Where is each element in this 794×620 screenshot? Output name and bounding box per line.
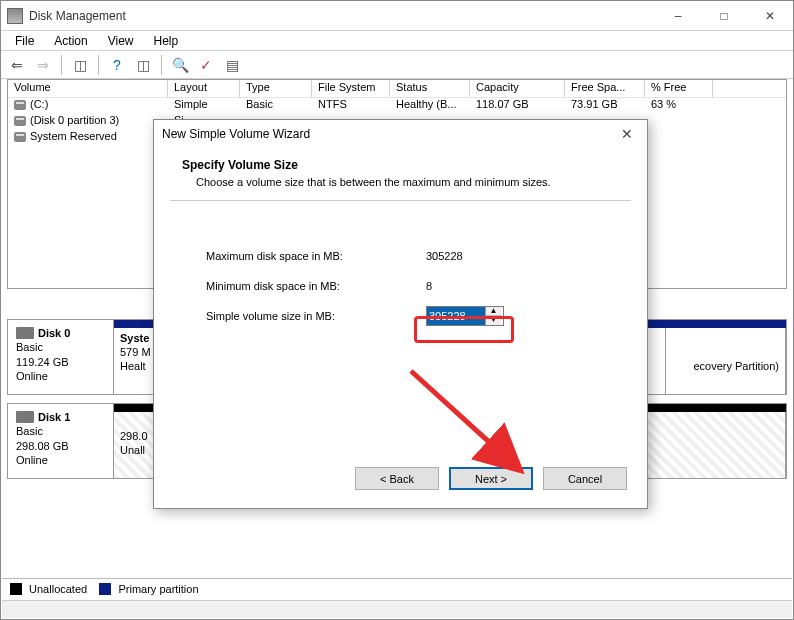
dialog-body: Specify Volume Size Choose a volume size… (154, 148, 647, 331)
check-icon[interactable]: ✓ (194, 54, 218, 76)
volume-icon (14, 100, 26, 110)
col-free[interactable]: Free Spa... (565, 80, 645, 97)
cell: Healthy (B... (390, 98, 470, 114)
partition[interactable]: ecovery Partition) (666, 328, 786, 394)
menu-file[interactable]: File (5, 32, 44, 50)
separator (61, 55, 62, 75)
title-bar: Disk Management – □ ✕ (1, 1, 793, 31)
volume-size-input[interactable] (427, 307, 485, 325)
dialog-title-bar: New Simple Volume Wizard ✕ (154, 120, 647, 148)
col-capacity[interactable]: Capacity (470, 80, 565, 97)
disk-name: Disk 1 (38, 411, 70, 423)
divider (170, 200, 631, 201)
part-label: Healt (120, 360, 146, 372)
volume-size-label: Simple volume size in MB: (206, 310, 426, 322)
legend-swatch-primary (99, 583, 111, 595)
cell: Basic (240, 98, 312, 114)
disk-state: Online (16, 454, 48, 466)
part-label: ecovery Partition) (693, 360, 779, 372)
cell: (Disk 0 partition 3) (30, 114, 119, 126)
col-status[interactable]: Status (390, 80, 470, 97)
menu-view[interactable]: View (98, 32, 144, 50)
back-icon[interactable]: ⇐ (5, 54, 29, 76)
volume-icon (14, 132, 26, 142)
min-space-label: Minimum disk space in MB: (206, 280, 426, 292)
status-bar (2, 600, 792, 618)
cell: 118.07 GB (470, 98, 565, 114)
dialog-title: New Simple Volume Wizard (162, 127, 310, 141)
spin-down-icon[interactable]: ▼ (486, 316, 501, 325)
max-space-label: Maximum disk space in MB: (206, 250, 426, 262)
table-header: Volume Layout Type File System Status Ca… (8, 80, 786, 98)
legend: Unallocated Primary partition (2, 578, 792, 599)
show-hide-icon[interactable]: ◫ (68, 54, 92, 76)
part-label: Unall (120, 444, 145, 456)
cell: 63 % (645, 98, 713, 114)
part-label: 298.0 (120, 430, 148, 442)
col-fs[interactable]: File System (312, 80, 390, 97)
back-button[interactable]: < Back (355, 467, 439, 490)
col-type[interactable]: Type (240, 80, 312, 97)
cell: System Reserved (30, 130, 117, 142)
toolbar: ⇐ ⇒ ◫ ? ◫ 🔍 ✓ ▤ (1, 51, 793, 79)
separator (161, 55, 162, 75)
drive-icon (16, 327, 34, 339)
dialog-heading: Specify Volume Size (182, 158, 619, 172)
volume-size-spinner[interactable]: ▲ ▼ (426, 306, 504, 326)
disk-kind: Basic (16, 341, 43, 353)
menu-bar: File Action View Help (1, 31, 793, 51)
close-button[interactable]: ✕ (747, 1, 793, 31)
disk-state: Online (16, 370, 48, 382)
dialog-buttons: < Back Next > Cancel (355, 467, 627, 490)
cell: 73.91 GB (565, 98, 645, 114)
help-icon[interactable]: ? (105, 54, 129, 76)
cell: NTFS (312, 98, 390, 114)
disk-label[interactable]: Disk 1 Basic 298.08 GB Online (8, 404, 114, 478)
app-icon (7, 8, 23, 24)
disk-kind: Basic (16, 425, 43, 437)
separator (98, 55, 99, 75)
dialog-fields: Maximum disk space in MB: 305228 Minimum… (206, 241, 619, 331)
next-button[interactable]: Next > (449, 467, 533, 490)
properties-icon[interactable]: 🔍 (168, 54, 192, 76)
dialog-subtitle: Choose a volume size that is between the… (196, 176, 619, 188)
maximize-button[interactable]: □ (701, 1, 747, 31)
menu-action[interactable]: Action (44, 32, 97, 50)
part-label: Syste (120, 332, 149, 344)
legend-label: Unallocated (29, 583, 87, 595)
disk-name: Disk 0 (38, 327, 70, 339)
window-title: Disk Management (29, 9, 655, 23)
col-volume[interactable]: Volume (8, 80, 168, 97)
forward-icon[interactable]: ⇒ (31, 54, 55, 76)
max-space-value: 305228 (426, 250, 463, 262)
dialog-close-icon[interactable]: ✕ (615, 122, 639, 146)
col-layout[interactable]: Layout (168, 80, 240, 97)
wizard-dialog: New Simple Volume Wizard ✕ Specify Volum… (153, 119, 648, 509)
disk-label[interactable]: Disk 0 Basic 119.24 GB Online (8, 320, 114, 394)
legend-label: Primary partition (118, 583, 198, 595)
legend-swatch-unallocated (10, 583, 22, 595)
cell: (C:) (30, 98, 48, 110)
refresh-icon[interactable]: ◫ (131, 54, 155, 76)
menu-help[interactable]: Help (144, 32, 189, 50)
disk-size: 119.24 GB (16, 356, 69, 368)
minimize-button[interactable]: – (655, 1, 701, 31)
volume-icon (14, 116, 26, 126)
min-space-value: 8 (426, 280, 432, 292)
col-pctfree[interactable]: % Free (645, 80, 713, 97)
cancel-button[interactable]: Cancel (543, 467, 627, 490)
list-icon[interactable]: ▤ (220, 54, 244, 76)
cell: Simple (168, 98, 240, 114)
disk-size: 298.08 GB (16, 440, 69, 452)
drive-icon (16, 411, 34, 423)
table-row[interactable]: (C:) Simple Basic NTFS Healthy (B... 118… (8, 98, 786, 114)
part-label: 579 M (120, 346, 151, 358)
